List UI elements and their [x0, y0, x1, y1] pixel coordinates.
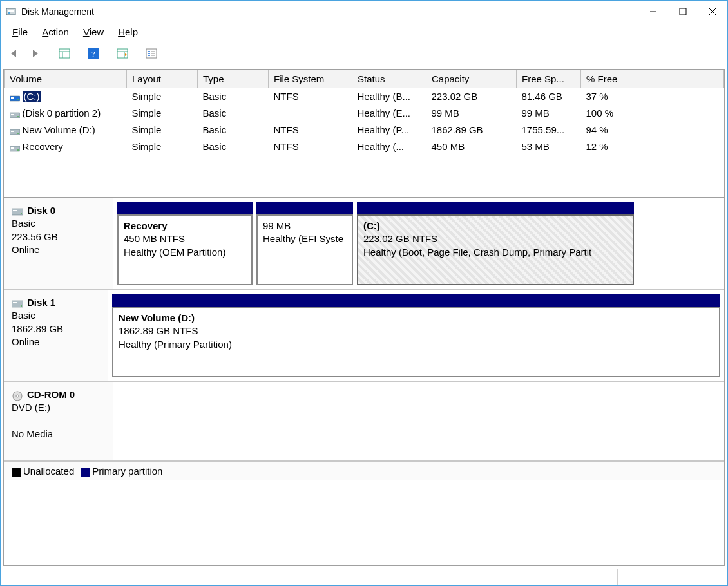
- disk-row: Disk 1Basic1862.89 GBOnlineNew Volume (D…: [4, 290, 724, 382]
- svg-point-30: [21, 213, 22, 214]
- partition-box[interactable]: (C:)223.02 GB NTFSHealthy (Boot, Page Fi…: [357, 214, 634, 285]
- col-layout[interactable]: Layout: [127, 70, 198, 88]
- partition-size: 223.02 GB NTFS: [363, 232, 627, 245]
- svg-point-35: [16, 395, 19, 397]
- disk-kind: DVD (E:): [12, 401, 105, 414]
- disk-header[interactable]: CD-ROM 0DVD (E:) No Media: [4, 382, 113, 460]
- cell-pct: 12 %: [581, 138, 642, 155]
- partition-color-bar: [357, 202, 634, 214]
- disk-size: 1862.89 GB: [12, 323, 100, 336]
- swatch-unallocated: [12, 468, 21, 477]
- disk-row: CD-ROM 0DVD (E:) No Media: [4, 382, 724, 461]
- svg-rect-1: [8, 10, 14, 12]
- help-button[interactable]: ?: [84, 44, 102, 62]
- col-pctfree[interactable]: % Free: [581, 70, 642, 88]
- disk-graph-pane[interactable]: Disk 0Basic223.56 GBOnlineRecovery450 MB…: [3, 198, 725, 566]
- partition-status: Healthy (Primary Partition): [119, 338, 714, 351]
- cell-free: 81.46 GB: [517, 88, 581, 105]
- cell-fs: NTFS: [269, 122, 352, 138]
- drive-icon: [10, 93, 20, 101]
- col-volume[interactable]: Volume: [5, 70, 127, 88]
- settings-button[interactable]: [142, 44, 160, 62]
- legend: Unallocated Primary partition: [4, 461, 724, 480]
- disk-size: 223.56 GB: [12, 231, 105, 243]
- table-row[interactable]: (Disk 0 partition 2)SimpleBasicHealthy (…: [5, 105, 724, 122]
- cell-type: Basic: [198, 122, 269, 138]
- partition-size: 1862.89 GB NTFS: [119, 325, 714, 337]
- menubar: File Action View Help: [1, 23, 727, 41]
- menu-file[interactable]: File: [6, 25, 34, 39]
- cell-free: 1755.59...: [517, 122, 581, 138]
- svg-rect-26: [11, 147, 14, 149]
- disk-name: Disk 0: [27, 205, 55, 216]
- cell-fs: [269, 105, 352, 122]
- partition-box[interactable]: 99 MBHealthy (EFI Syste: [256, 214, 353, 285]
- cell-type: Basic: [198, 138, 269, 155]
- svg-rect-32: [13, 302, 17, 303]
- forward-button[interactable]: [26, 44, 44, 62]
- partition-size: 99 MB: [263, 220, 347, 232]
- legend-primary-label: Primary partition: [92, 466, 162, 477]
- cell-capacity: 450 MB: [426, 138, 517, 155]
- svg-rect-4: [680, 8, 686, 15]
- show-hide-console-tree-button[interactable]: [55, 44, 73, 62]
- svg-text:?: ?: [91, 49, 95, 59]
- toolbar-separator: [108, 46, 108, 61]
- toolbar: ?: [1, 41, 727, 66]
- show-hide-action-pane-button[interactable]: [113, 44, 131, 62]
- cell-pct: 94 %: [581, 122, 642, 138]
- volume-name: New Volume (D:): [23, 124, 95, 135]
- cell-layout: Simple: [127, 88, 198, 105]
- disk-body: Recovery450 MB NTFSHealthy (OEM Partitio…: [113, 198, 724, 289]
- cell-status: Healthy (...: [352, 138, 426, 155]
- cell-capacity: 99 MB: [426, 105, 517, 122]
- svg-point-21: [17, 116, 19, 117]
- drive-icon: [10, 110, 20, 118]
- cell-status: Healthy (B...: [352, 88, 426, 105]
- svg-rect-23: [11, 131, 14, 132]
- table-row[interactable]: RecoverySimpleBasicNTFSHealthy (...450 M…: [5, 138, 724, 155]
- partition-status: Healthy (Boot, Page File, Crash Dump, Pr…: [363, 246, 627, 259]
- minimize-button[interactable]: [638, 1, 668, 23]
- cell-type: Basic: [198, 88, 269, 105]
- menu-help[interactable]: Help: [111, 25, 144, 39]
- menu-action[interactable]: Action: [35, 25, 75, 39]
- cell-capacity: 1862.89 GB: [426, 122, 517, 138]
- disk-body: [113, 382, 724, 460]
- partition-box[interactable]: Recovery450 MB NTFSHealthy (OEM Partitio…: [117, 214, 253, 285]
- svg-point-27: [17, 149, 19, 151]
- table-row[interactable]: New Volume (D:)SimpleBasicNTFSHealthy (P…: [5, 122, 724, 138]
- legend-unallocated-label: Unallocated: [23, 466, 74, 477]
- menu-view[interactable]: View: [77, 25, 110, 39]
- disk-header[interactable]: Disk 1Basic1862.89 GBOnline: [4, 290, 108, 381]
- disk-name: Disk 1: [27, 297, 55, 308]
- maximize-button[interactable]: [668, 1, 698, 23]
- svg-rect-2: [8, 12, 10, 14]
- col-filesystem[interactable]: File System: [269, 70, 352, 88]
- svg-rect-17: [11, 97, 14, 99]
- col-capacity[interactable]: Capacity: [426, 70, 517, 88]
- partition-title: Recovery: [124, 220, 246, 232]
- toolbar-separator: [50, 46, 50, 61]
- cell-type: Basic: [198, 105, 269, 122]
- drive-icon: [10, 127, 20, 135]
- close-button[interactable]: [698, 1, 727, 23]
- disk-icon: [12, 299, 23, 308]
- disk-header[interactable]: Disk 0Basic223.56 GBOnline: [4, 198, 113, 289]
- table-row[interactable]: (C:)SimpleBasicNTFSHealthy (B...223.02 G…: [5, 88, 724, 105]
- col-type[interactable]: Type: [198, 70, 269, 88]
- partition-status: Healthy (OEM Partition): [124, 246, 246, 259]
- back-button[interactable]: [6, 44, 24, 62]
- col-freespace[interactable]: Free Sp...: [517, 70, 581, 88]
- cell-free: 99 MB: [517, 105, 581, 122]
- col-status[interactable]: Status: [352, 70, 426, 88]
- partition-box[interactable]: New Volume (D:)1862.89 GB NTFSHealthy (P…: [112, 307, 720, 377]
- cell-fs: NTFS: [269, 138, 352, 155]
- svg-rect-29: [13, 210, 17, 211]
- partition-title: (C:): [363, 220, 627, 232]
- col-extra[interactable]: [642, 70, 724, 88]
- volume-list-pane[interactable]: Volume Layout Type File System Status Ca…: [3, 69, 725, 198]
- titlebar[interactable]: Disk Management: [1, 1, 727, 23]
- partition-status: Healthy (EFI Syste: [263, 232, 347, 245]
- svg-point-24: [17, 133, 19, 134]
